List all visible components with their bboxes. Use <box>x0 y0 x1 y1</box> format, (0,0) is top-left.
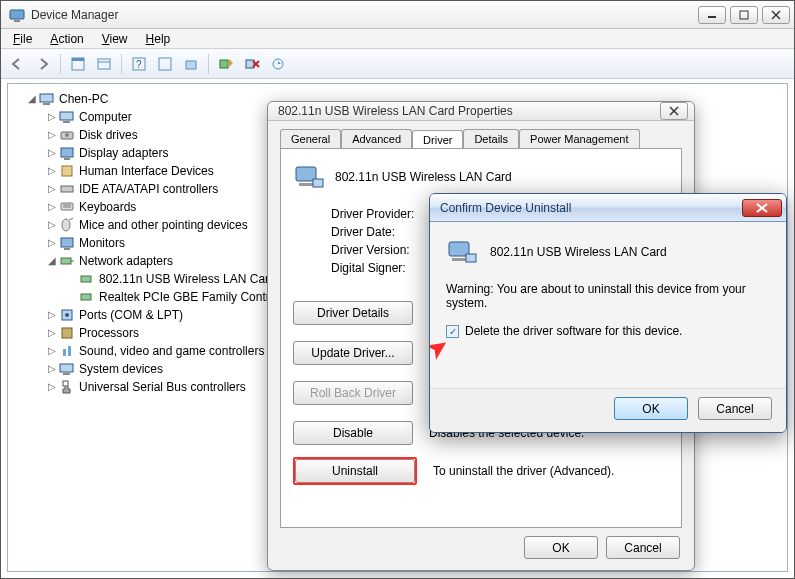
expand-icon[interactable]: ▷ <box>46 216 58 234</box>
tree-label: Computer <box>79 108 132 126</box>
minimize-button[interactable] <box>698 6 726 24</box>
collapse-icon[interactable]: ◢ <box>46 252 58 270</box>
svg-line-34 <box>69 218 73 220</box>
svg-rect-37 <box>61 258 71 264</box>
toolbar: ? <box>1 49 794 79</box>
tree-label: System devices <box>79 360 163 378</box>
svg-rect-53 <box>313 179 323 187</box>
confirm-warning: Warning: You are about to uninstall this… <box>446 282 770 310</box>
expand-icon[interactable]: ▷ <box>46 126 58 144</box>
dialog-titlebar[interactable]: 802.11n USB Wireless LAN Card Properties <box>268 102 694 121</box>
svg-rect-57 <box>452 258 466 261</box>
expand-icon[interactable]: ▷ <box>46 180 58 198</box>
svg-marker-19 <box>278 61 281 64</box>
dialog-title: 802.11n USB Wireless LAN Card Properties <box>278 104 660 118</box>
category-icon <box>59 145 75 161</box>
tree-label: Realtek PCIe GBE Family Controller <box>99 288 292 306</box>
svg-rect-39 <box>81 276 91 282</box>
menu-file[interactable]: File <box>5 30 40 48</box>
tab-bar: General Advanced Driver Details Power Ma… <box>280 129 682 148</box>
svg-text:?: ? <box>136 59 142 70</box>
tb-icon-4[interactable] <box>179 52 203 76</box>
titlebar: Device Manager <box>1 1 794 29</box>
expand-icon[interactable]: ▷ <box>46 108 58 126</box>
svg-rect-29 <box>61 186 73 192</box>
category-icon <box>59 163 75 179</box>
svg-rect-23 <box>63 121 70 123</box>
tb-icon-1[interactable] <box>66 52 90 76</box>
tree-label: Processors <box>79 324 139 342</box>
dialog-cancel-button[interactable]: Cancel <box>606 536 680 559</box>
expand-icon[interactable]: ▷ <box>46 360 58 378</box>
lbl-signer: Digital Signer: <box>331 261 441 275</box>
lbl-version: Driver Version: <box>331 243 441 257</box>
nic-icon <box>79 289 95 305</box>
category-icon <box>59 199 75 215</box>
menu-help[interactable]: Help <box>138 30 179 48</box>
network-icon <box>59 253 75 269</box>
device-icon <box>293 161 325 193</box>
confirm-cancel-button[interactable]: Cancel <box>698 397 772 420</box>
svg-point-25 <box>65 133 69 137</box>
tree-label: Sound, video and game controllers <box>79 342 264 360</box>
svg-rect-58 <box>466 254 476 262</box>
driver-details-button[interactable]: Driver Details <box>293 301 413 325</box>
rollback-driver-button: Roll Back Driver <box>293 381 413 405</box>
tb-icon-7[interactable] <box>266 52 290 76</box>
expand-icon[interactable]: ▷ <box>46 162 58 180</box>
menu-view[interactable]: View <box>94 30 136 48</box>
lbl-date: Driver Date: <box>331 225 441 239</box>
back-icon[interactable] <box>5 52 29 76</box>
confirm-close-button[interactable] <box>742 199 782 217</box>
expand-icon[interactable]: ▷ <box>46 144 58 162</box>
confirm-title: Confirm Device Uninstall <box>440 201 742 215</box>
tree-label: Network adapters <box>79 252 173 270</box>
svg-rect-40 <box>81 294 91 300</box>
help-icon[interactable]: ? <box>127 52 151 76</box>
maximize-button[interactable] <box>730 6 758 24</box>
tb-icon-5[interactable] <box>214 52 238 76</box>
tab-driver[interactable]: Driver <box>412 130 463 149</box>
category-icon <box>59 181 75 197</box>
svg-rect-45 <box>68 346 71 356</box>
tree-label: Display adapters <box>79 144 168 162</box>
uninstall-desc: To uninstall the driver (Advanced). <box>433 464 614 478</box>
close-button[interactable] <box>762 6 790 24</box>
disable-button[interactable]: Disable <box>293 421 413 445</box>
tb-icon-2[interactable] <box>92 52 116 76</box>
dialog-close-button[interactable] <box>660 102 688 120</box>
tab-advanced[interactable]: Advanced <box>341 129 412 148</box>
confirm-device-name: 802.11n USB Wireless LAN Card <box>490 245 667 259</box>
expand-icon[interactable]: ▷ <box>46 198 58 216</box>
svg-rect-36 <box>64 248 70 250</box>
tab-general[interactable]: General <box>280 129 341 148</box>
tree-label: 802.11n USB Wireless LAN Card <box>99 270 276 288</box>
tb-icon-3[interactable] <box>153 52 177 76</box>
tab-power-management[interactable]: Power Management <box>519 129 639 148</box>
update-driver-button[interactable]: Update Driver... <box>293 341 413 365</box>
delete-driver-checkbox[interactable]: ✓ <box>446 325 459 338</box>
uninstall-button[interactable]: Uninstall <box>295 459 415 483</box>
tab-details[interactable]: Details <box>463 129 519 148</box>
forward-icon[interactable] <box>31 52 55 76</box>
expand-icon[interactable]: ▷ <box>46 378 58 396</box>
svg-rect-22 <box>60 112 73 120</box>
tb-icon-6[interactable] <box>240 52 264 76</box>
menu-action[interactable]: Action <box>42 30 91 48</box>
confirm-ok-button[interactable]: OK <box>614 397 688 420</box>
lbl-provider: Driver Provider: <box>331 207 441 221</box>
svg-rect-27 <box>64 158 70 160</box>
svg-rect-14 <box>220 60 228 68</box>
uninstall-highlight: Uninstall <box>293 457 417 485</box>
dialog-ok-button[interactable]: OK <box>524 536 598 559</box>
category-icon <box>59 235 75 251</box>
collapse-icon[interactable]: ◢ <box>26 90 38 108</box>
confirm-titlebar[interactable]: Confirm Device Uninstall <box>430 194 786 222</box>
category-icon <box>59 307 75 323</box>
expand-icon[interactable]: ▷ <box>46 324 58 342</box>
category-icon <box>59 217 75 233</box>
expand-icon[interactable]: ▷ <box>46 306 58 324</box>
expand-icon[interactable]: ▷ <box>46 342 58 360</box>
svg-point-33 <box>62 219 70 231</box>
expand-icon[interactable]: ▷ <box>46 234 58 252</box>
